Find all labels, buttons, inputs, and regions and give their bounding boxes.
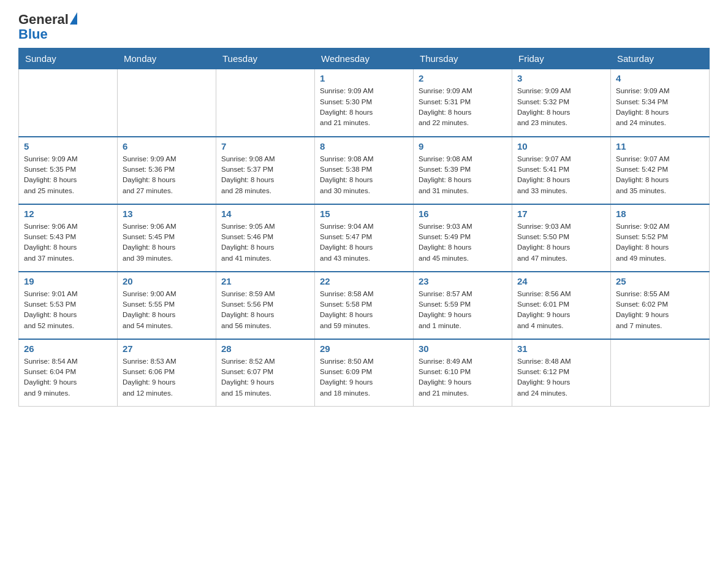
column-header-saturday: Saturday — [611, 48, 710, 69]
day-info: Sunrise: 9:08 AMSunset: 5:37 PMDaylight:… — [221, 154, 309, 196]
calendar-cell: 9Sunrise: 9:08 AMSunset: 5:39 PMDaylight… — [414, 137, 512, 204]
day-number: 24 — [517, 276, 605, 286]
calendar-cell: 8Sunrise: 9:08 AMSunset: 5:38 PMDaylight… — [315, 137, 414, 204]
calendar-cell: 28Sunrise: 8:52 AMSunset: 6:07 PMDayligh… — [216, 339, 315, 407]
day-info: Sunrise: 9:02 AMSunset: 5:52 PMDaylight:… — [616, 221, 704, 264]
day-number: 22 — [320, 276, 408, 286]
column-header-wednesday: Wednesday — [315, 48, 414, 69]
day-number: 21 — [221, 276, 309, 286]
calendar-week-row: 5Sunrise: 9:09 AMSunset: 5:35 PMDaylight… — [19, 137, 710, 204]
day-number: 10 — [517, 141, 605, 151]
logo-triangle-icon — [70, 12, 77, 25]
day-number: 14 — [221, 209, 309, 219]
calendar-cell: 19Sunrise: 9:01 AMSunset: 5:53 PMDayligh… — [19, 272, 118, 339]
calendar-cell: 29Sunrise: 8:50 AMSunset: 6:09 PMDayligh… — [315, 339, 414, 407]
day-number: 1 — [320, 73, 408, 83]
column-header-friday: Friday — [512, 48, 611, 69]
day-number: 15 — [320, 209, 408, 219]
calendar-week-row: 19Sunrise: 9:01 AMSunset: 5:53 PMDayligh… — [19, 272, 710, 339]
calendar-cell: 4Sunrise: 9:09 AMSunset: 5:34 PMDaylight… — [611, 69, 710, 137]
day-number: 13 — [123, 209, 211, 219]
calendar-cell — [19, 69, 118, 137]
page-header: General Blue — [18, 12, 710, 42]
calendar-cell: 6Sunrise: 9:09 AMSunset: 5:36 PMDaylight… — [118, 137, 216, 204]
day-number: 11 — [616, 141, 704, 151]
day-info: Sunrise: 9:08 AMSunset: 5:39 PMDaylight:… — [419, 154, 507, 196]
day-number: 17 — [517, 209, 605, 219]
calendar-cell: 24Sunrise: 8:56 AMSunset: 6:01 PMDayligh… — [512, 272, 611, 339]
day-info: Sunrise: 8:58 AMSunset: 5:58 PMDaylight:… — [320, 289, 408, 331]
calendar-week-row: 1Sunrise: 9:09 AMSunset: 5:30 PMDaylight… — [19, 69, 710, 137]
day-number: 23 — [419, 276, 507, 286]
day-number: 16 — [419, 209, 507, 219]
day-info: Sunrise: 9:01 AMSunset: 5:53 PMDaylight:… — [24, 289, 112, 331]
calendar-cell — [118, 69, 216, 137]
day-info: Sunrise: 8:59 AMSunset: 5:56 PMDaylight:… — [221, 289, 309, 331]
day-info: Sunrise: 9:09 AMSunset: 5:31 PMDaylight:… — [419, 86, 507, 128]
calendar-cell: 31Sunrise: 8:48 AMSunset: 6:12 PMDayligh… — [512, 339, 611, 407]
day-info: Sunrise: 8:56 AMSunset: 6:01 PMDaylight:… — [517, 289, 605, 331]
day-info: Sunrise: 9:06 AMSunset: 5:43 PMDaylight:… — [24, 221, 112, 264]
calendar-week-row: 26Sunrise: 8:54 AMSunset: 6:04 PMDayligh… — [19, 339, 710, 407]
calendar-cell: 23Sunrise: 8:57 AMSunset: 5:59 PMDayligh… — [414, 272, 512, 339]
calendar-cell: 15Sunrise: 9:04 AMSunset: 5:47 PMDayligh… — [315, 204, 414, 272]
day-number: 6 — [123, 141, 211, 151]
day-info: Sunrise: 9:09 AMSunset: 5:35 PMDaylight:… — [24, 154, 112, 196]
day-number: 30 — [419, 343, 507, 354]
day-number: 4 — [616, 73, 704, 83]
day-number: 8 — [320, 141, 408, 151]
day-info: Sunrise: 9:07 AMSunset: 5:41 PMDaylight:… — [517, 154, 605, 196]
column-header-monday: Monday — [118, 48, 216, 69]
calendar-cell: 14Sunrise: 9:05 AMSunset: 5:46 PMDayligh… — [216, 204, 315, 272]
calendar-cell: 2Sunrise: 9:09 AMSunset: 5:31 PMDaylight… — [414, 69, 512, 137]
calendar-cell: 11Sunrise: 9:07 AMSunset: 5:42 PMDayligh… — [611, 137, 710, 204]
calendar-cell: 20Sunrise: 9:00 AMSunset: 5:55 PMDayligh… — [118, 272, 216, 339]
day-info: Sunrise: 9:00 AMSunset: 5:55 PMDaylight:… — [123, 289, 211, 331]
calendar-cell — [216, 69, 315, 137]
logo: General Blue — [18, 12, 77, 42]
day-number: 29 — [320, 343, 408, 354]
day-number: 12 — [24, 209, 112, 219]
day-number: 28 — [221, 343, 309, 354]
day-info: Sunrise: 9:04 AMSunset: 5:47 PMDaylight:… — [320, 221, 408, 264]
calendar-cell: 5Sunrise: 9:09 AMSunset: 5:35 PMDaylight… — [19, 137, 118, 204]
calendar-cell: 30Sunrise: 8:49 AMSunset: 6:10 PMDayligh… — [414, 339, 512, 407]
day-number: 18 — [616, 209, 704, 219]
calendar-cell — [611, 339, 710, 407]
calendar-cell: 22Sunrise: 8:58 AMSunset: 5:58 PMDayligh… — [315, 272, 414, 339]
day-info: Sunrise: 9:03 AMSunset: 5:50 PMDaylight:… — [517, 221, 605, 264]
calendar-cell: 16Sunrise: 9:03 AMSunset: 5:49 PMDayligh… — [414, 204, 512, 272]
day-info: Sunrise: 9:05 AMSunset: 5:46 PMDaylight:… — [221, 221, 309, 264]
day-number: 7 — [221, 141, 309, 151]
day-number: 19 — [24, 276, 112, 286]
day-info: Sunrise: 9:06 AMSunset: 5:45 PMDaylight:… — [123, 221, 211, 264]
day-number: 27 — [123, 343, 211, 354]
calendar-cell: 26Sunrise: 8:54 AMSunset: 6:04 PMDayligh… — [19, 339, 118, 407]
calendar-header-row: SundayMondayTuesdayWednesdayThursdayFrid… — [19, 48, 710, 69]
day-info: Sunrise: 8:52 AMSunset: 6:07 PMDaylight:… — [221, 356, 309, 399]
day-info: Sunrise: 9:07 AMSunset: 5:42 PMDaylight:… — [616, 154, 704, 196]
day-info: Sunrise: 8:49 AMSunset: 6:10 PMDaylight:… — [419, 356, 507, 399]
day-number: 3 — [517, 73, 605, 83]
calendar-cell: 12Sunrise: 9:06 AMSunset: 5:43 PMDayligh… — [19, 204, 118, 272]
calendar-cell: 3Sunrise: 9:09 AMSunset: 5:32 PMDaylight… — [512, 69, 611, 137]
column-header-sunday: Sunday — [19, 48, 118, 69]
day-number: 26 — [24, 343, 112, 354]
calendar-cell: 27Sunrise: 8:53 AMSunset: 6:06 PMDayligh… — [118, 339, 216, 407]
day-number: 31 — [517, 343, 605, 354]
day-info: Sunrise: 8:53 AMSunset: 6:06 PMDaylight:… — [123, 356, 211, 399]
column-header-tuesday: Tuesday — [216, 48, 315, 69]
day-info: Sunrise: 8:54 AMSunset: 6:04 PMDaylight:… — [24, 356, 112, 399]
calendar-cell: 10Sunrise: 9:07 AMSunset: 5:41 PMDayligh… — [512, 137, 611, 204]
column-header-thursday: Thursday — [414, 48, 512, 69]
day-info: Sunrise: 9:09 AMSunset: 5:30 PMDaylight:… — [320, 86, 408, 128]
calendar-table: SundayMondayTuesdayWednesdayThursdayFrid… — [18, 48, 710, 407]
day-info: Sunrise: 8:57 AMSunset: 5:59 PMDaylight:… — [419, 289, 507, 331]
day-info: Sunrise: 9:08 AMSunset: 5:38 PMDaylight:… — [320, 154, 408, 196]
day-number: 5 — [24, 141, 112, 151]
calendar-cell: 1Sunrise: 9:09 AMSunset: 5:30 PMDaylight… — [315, 69, 414, 137]
calendar-cell: 7Sunrise: 9:08 AMSunset: 5:37 PMDaylight… — [216, 137, 315, 204]
calendar-cell: 18Sunrise: 9:02 AMSunset: 5:52 PMDayligh… — [611, 204, 710, 272]
calendar-week-row: 12Sunrise: 9:06 AMSunset: 5:43 PMDayligh… — [19, 204, 710, 272]
calendar-cell: 13Sunrise: 9:06 AMSunset: 5:45 PMDayligh… — [118, 204, 216, 272]
